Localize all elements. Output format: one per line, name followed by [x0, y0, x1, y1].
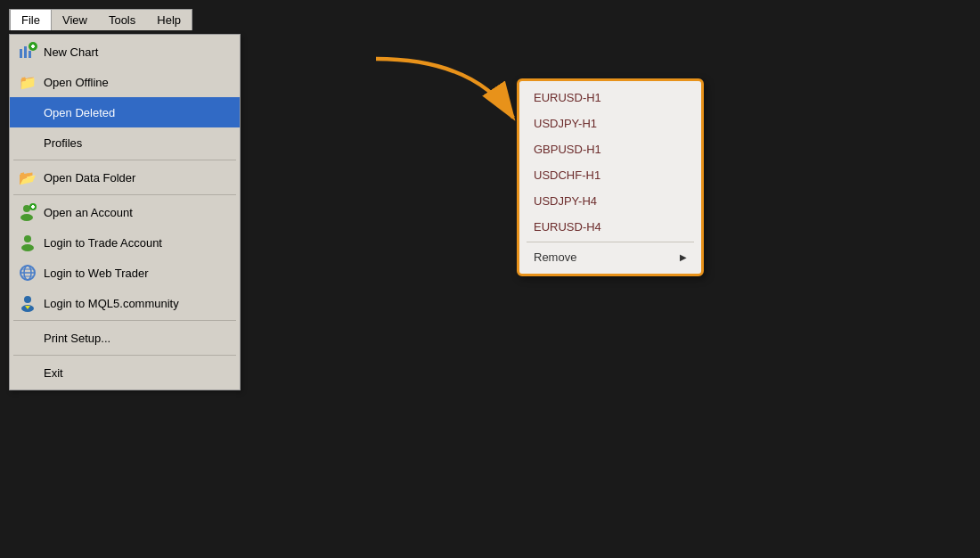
- submenu-item-gbpusd-h1[interactable]: GBPUSD-H1: [519, 136, 701, 162]
- login-mql5-icon: [17, 292, 38, 314]
- print-setup-label: Print Setup...: [44, 332, 110, 345]
- menu-item-login-trade[interactable]: Login to Trade Account: [10, 227, 240, 258]
- menu-tools[interactable]: Tools: [98, 10, 146, 30]
- submenu-separator: [527, 242, 694, 242]
- new-chart-icon: [17, 41, 38, 62]
- menu-file[interactable]: File: [10, 10, 52, 30]
- separator-3: [13, 320, 236, 321]
- open-offline-label: Open Offline: [44, 76, 109, 89]
- profiles-label: Profiles: [44, 136, 82, 150]
- menu-item-open-offline[interactable]: 📁 Open Offline: [10, 67, 240, 97]
- submenu-remove[interactable]: Remove ▶: [519, 244, 701, 270]
- login-web-icon: [17, 262, 38, 283]
- menu-item-open-data-folder[interactable]: 📂 Open Data Folder: [10, 162, 240, 193]
- open-account-icon: [17, 201, 38, 223]
- open-deleted-submenu: EURUSD-H1 USDJPY-H1 GBPUSD-H1 USDCHF-H1 …: [517, 78, 704, 276]
- open-data-folder-icon: 📂: [17, 167, 38, 188]
- login-trade-icon: [17, 232, 38, 253]
- login-web-label: Login to Web Trader: [44, 267, 149, 280]
- separator-1: [13, 160, 236, 160]
- svg-rect-0: [20, 49, 22, 58]
- login-mql5-label: Login to MQL5.community: [44, 297, 179, 310]
- exit-icon: [17, 362, 38, 383]
- menu-view[interactable]: View: [52, 10, 98, 30]
- svg-point-12: [21, 244, 34, 251]
- folder-icon: 📁: [17, 71, 38, 93]
- svg-point-11: [24, 235, 31, 242]
- menu-item-login-web[interactable]: Login to Web Trader: [10, 258, 240, 288]
- file-dropdown-menu: New Chart 📁 Open Offline Open Deleted Pr…: [9, 34, 241, 390]
- menu-help[interactable]: Help: [146, 10, 192, 30]
- svg-rect-2: [29, 51, 31, 58]
- submenu-item-eurusd-h4[interactable]: EURUSD-H4: [519, 214, 701, 240]
- separator-4: [13, 355, 236, 356]
- submenu-item-eurusd-h1[interactable]: EURUSD-H1: [519, 85, 701, 111]
- submenu-item-usdchf-h1[interactable]: USDCHF-H1: [519, 162, 701, 188]
- menu-item-login-mql5[interactable]: Login to MQL5.community: [10, 288, 240, 318]
- exit-label: Exit: [44, 366, 63, 380]
- svg-point-18: [24, 296, 31, 303]
- menu-bar: File View Tools Help: [9, 9, 192, 30]
- submenu-item-usdjpy-h1[interactable]: USDJPY-H1: [519, 111, 701, 136]
- open-account-label: Open an Account: [44, 206, 133, 219]
- menu-item-open-account[interactable]: Open an Account: [10, 197, 240, 227]
- submenu-arrow-icon: ▶: [680, 252, 687, 262]
- new-chart-label: New Chart: [44, 45, 98, 59]
- menu-item-profiles[interactable]: Profiles: [10, 127, 240, 158]
- print-setup-icon: [17, 327, 38, 349]
- svg-rect-1: [24, 46, 27, 58]
- profiles-icon: [17, 132, 38, 153]
- menu-item-open-deleted[interactable]: Open Deleted: [10, 97, 240, 127]
- menu-item-print-setup[interactable]: Print Setup...: [10, 323, 240, 353]
- open-deleted-icon: [17, 102, 38, 123]
- separator-2: [13, 194, 236, 195]
- menu-item-exit[interactable]: Exit: [10, 357, 240, 388]
- login-trade-label: Login to Trade Account: [44, 236, 162, 250]
- remove-label: Remove: [534, 250, 576, 264]
- svg-point-7: [20, 214, 33, 221]
- svg-rect-5: [32, 45, 34, 48]
- svg-rect-10: [32, 205, 34, 209]
- submenu-item-usdjpy-h4[interactable]: USDJPY-H4: [519, 188, 701, 214]
- menu-item-new-chart[interactable]: New Chart: [10, 37, 240, 67]
- open-data-folder-label: Open Data Folder: [44, 171, 135, 185]
- svg-point-6: [23, 205, 30, 212]
- open-deleted-label: Open Deleted: [44, 106, 115, 119]
